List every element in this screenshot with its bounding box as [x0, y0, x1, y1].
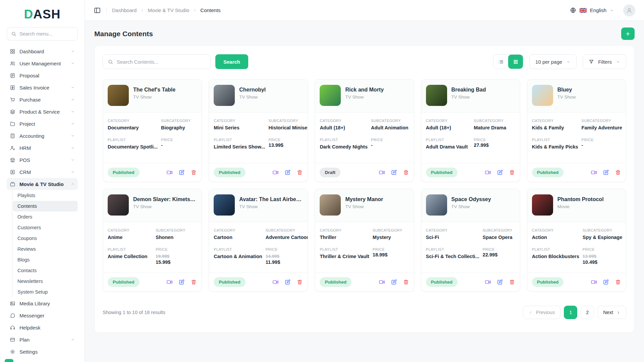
sidebar-subitem[interactable]: Contents	[13, 201, 78, 212]
previous-page-button[interactable]: Previous	[523, 306, 560, 319]
globe-icon[interactable]	[570, 7, 576, 13]
video-button[interactable]	[272, 169, 279, 176]
search-button[interactable]: Search	[215, 54, 248, 69]
edit-button[interactable]	[284, 279, 291, 285]
edit-button[interactable]	[391, 279, 397, 285]
sidebar-item[interactable]: POS	[7, 154, 78, 166]
edit-button[interactable]	[603, 279, 609, 285]
delete-button[interactable]	[615, 169, 621, 176]
sidebar-search-input[interactable]	[19, 31, 73, 37]
grid-view-button[interactable]	[508, 55, 523, 69]
sidebar-subitem[interactable]: Contacts	[13, 265, 78, 276]
contents-search[interactable]	[103, 54, 211, 69]
sidebar-item-label: HRM	[19, 145, 31, 151]
add-content-button[interactable]	[621, 27, 635, 40]
delete-button[interactable]	[297, 279, 303, 285]
delete-button[interactable]	[191, 169, 197, 176]
delete-button[interactable]	[297, 169, 303, 176]
sidebar-item[interactable]: Sales Invoice	[7, 81, 78, 94]
sidebar-item[interactable]: User Management	[7, 57, 78, 69]
video-button[interactable]	[166, 169, 173, 176]
edit-button[interactable]	[497, 279, 503, 285]
per-page-select[interactable]: 10 per page	[529, 54, 577, 69]
video-button[interactable]	[591, 169, 597, 176]
sidebar-item[interactable]: Project	[7, 118, 78, 130]
sidebar-item[interactable]: Accounting	[7, 130, 78, 142]
sidebar-item[interactable]: Media Library	[7, 297, 78, 309]
sidebar-item-label: Accounting	[19, 133, 44, 139]
category-value: Adult (18+)	[426, 125, 471, 130]
sidebar-subitem[interactable]: Reviews	[13, 244, 78, 254]
list-icon	[498, 59, 504, 65]
sidebar-item[interactable]: Messenger	[7, 309, 78, 321]
sidebar-subitem[interactable]: Coupons	[13, 233, 78, 244]
video-button[interactable]	[379, 279, 385, 285]
delete-button[interactable]	[509, 279, 515, 285]
sidebar-item[interactable]: Dashboard	[7, 45, 78, 57]
sidebar-item[interactable]: Proposal	[7, 69, 78, 81]
delete-button[interactable]	[191, 279, 197, 285]
sidebar-item[interactable]: Product & Service	[7, 106, 78, 118]
sidebar-item[interactable]: Purchase	[7, 94, 78, 106]
sidebar-subitem[interactable]: System Setup	[13, 287, 78, 297]
chat-widget[interactable]	[5, 359, 13, 362]
edit-button[interactable]	[497, 169, 503, 176]
content-type: TV Show	[345, 95, 384, 100]
playlist-value: Documentary Spotli...	[108, 144, 158, 149]
sidebar-subitem[interactable]: Customers	[13, 222, 78, 233]
next-page-button[interactable]: Next	[597, 306, 626, 319]
sidebar-subitem[interactable]: Orders	[13, 212, 78, 222]
price-label: PRICE	[371, 138, 409, 142]
delete-button[interactable]	[615, 279, 621, 285]
chevron-down-icon[interactable]	[610, 8, 614, 12]
sidebar-item[interactable]: Movie & TV Studio	[7, 178, 78, 190]
subcategory-value: Mature Drama	[474, 125, 515, 130]
video-camera-icon	[166, 279, 173, 285]
sidebar-item-icon	[10, 181, 15, 187]
page-number-button[interactable]: 1	[564, 306, 577, 319]
sidebar-subitem-label: Newsletters	[17, 279, 43, 284]
page-number-button[interactable]: 2	[581, 306, 594, 319]
delete-button[interactable]	[403, 279, 409, 285]
old-price-value: 13.99$	[583, 254, 622, 259]
video-button[interactable]	[485, 279, 491, 285]
sidebar-item[interactable]: HRM	[7, 142, 78, 154]
sidebar-subitem[interactable]: Newsletters	[13, 276, 78, 287]
edit-button[interactable]	[178, 169, 185, 176]
sidebar-item-icon	[10, 301, 15, 306]
chevron-down-icon	[71, 146, 75, 150]
video-button[interactable]	[485, 169, 491, 176]
sidebar-item[interactable]: CRM	[7, 166, 78, 178]
sidebar-item[interactable]: Settings	[7, 346, 78, 358]
user-avatar[interactable]	[623, 4, 635, 16]
subcategory-label: SUBCATEGORY	[483, 228, 515, 232]
contents-search-input[interactable]	[117, 59, 206, 65]
sidebar-item-icon	[10, 157, 15, 163]
category-label: CATEGORY	[426, 119, 471, 123]
sidebar-subitem[interactable]: Playlists	[13, 190, 78, 201]
edit-button[interactable]	[178, 279, 185, 285]
video-button[interactable]	[591, 279, 597, 285]
chevron-down-icon	[71, 338, 75, 342]
sidebar-toggle-icon[interactable]	[94, 7, 101, 14]
sidebar-item[interactable]: Plan	[7, 334, 78, 346]
edit-button[interactable]	[391, 169, 397, 176]
sidebar-search[interactable]	[7, 27, 78, 41]
delete-button[interactable]	[509, 169, 515, 176]
video-button[interactable]	[166, 279, 173, 285]
delete-button[interactable]	[403, 169, 409, 176]
list-view-button[interactable]	[493, 55, 508, 69]
sidebar-item[interactable]: Helpdesk	[7, 321, 78, 334]
video-button[interactable]	[272, 279, 279, 285]
edit-button[interactable]	[603, 169, 609, 176]
chevron-down-icon	[71, 49, 75, 53]
edit-button[interactable]	[284, 169, 291, 176]
video-button[interactable]	[379, 169, 385, 176]
breadcrumb-dashboard[interactable]: Dashboard	[112, 7, 137, 13]
filters-button[interactable]: Filters	[583, 54, 626, 69]
content-type: TV Show	[557, 95, 576, 100]
breadcrumb-section[interactable]: Movie & TV Studio	[148, 7, 189, 13]
language-selector[interactable]: English	[590, 7, 606, 13]
chevron-right-icon	[616, 310, 621, 315]
sidebar-subitem[interactable]: Blogs	[13, 254, 78, 265]
